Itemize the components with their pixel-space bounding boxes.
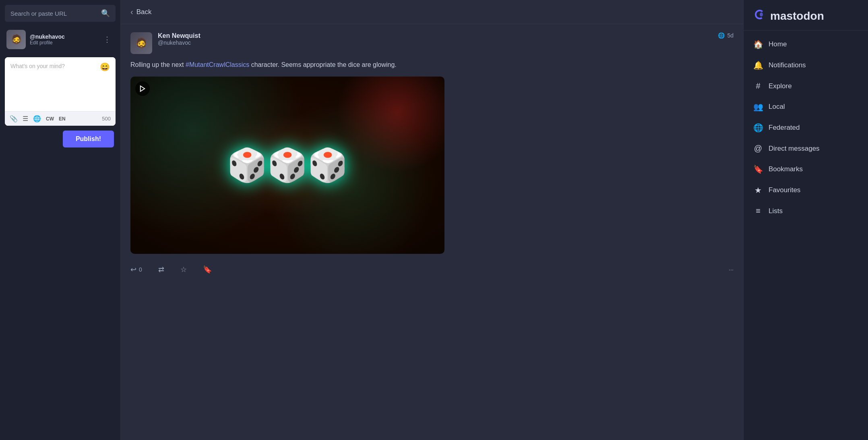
post-image[interactable]: 🎲🎲🎲 (130, 77, 444, 254)
nav-label-4: Federated (769, 124, 800, 132)
globe-button[interactable]: 🌐 (33, 115, 41, 122)
char-count: 500 (102, 116, 111, 122)
nav-label-3: Local (769, 103, 785, 111)
compose-toolbar: 📎 ☰ 🌐 CW EN 500 (5, 111, 116, 126)
boost-icon: ⇄ (158, 265, 164, 274)
reply-count: 0 (139, 266, 142, 273)
mastodon-logo-icon (753, 8, 766, 24)
nav-item-direct-messages[interactable]: @Direct messages (744, 138, 868, 159)
nav-icon-2: # (753, 81, 763, 91)
right-sidebar: mastodon 🏠Home🔔Notifications#Explore👥Loc… (743, 0, 868, 440)
back-label: Back (136, 8, 152, 16)
nav-label-1: Notifications (769, 61, 806, 69)
post-avatar-image: 🧔 (130, 32, 152, 54)
bookmark-button[interactable]: 🔖 (203, 265, 212, 274)
nav-icon-8: ≡ (753, 206, 763, 216)
post-author-handle[interactable]: @nukehavoc (158, 39, 712, 46)
nav-label-8: Lists (769, 207, 783, 215)
nav-item-bookmarks[interactable]: 🔖Bookmarks (744, 159, 868, 180)
svg-marker-0 (141, 86, 145, 91)
nav-icon-1: 🔔 (753, 60, 763, 70)
nav-label-5: Direct messages (769, 145, 820, 153)
avatar-image: 🧔 (6, 30, 26, 49)
nav-item-favourites[interactable]: ★Favourites (744, 180, 868, 201)
compose-box: 😄 📎 ☰ 🌐 CW EN 500 (5, 57, 116, 126)
post-meta: Ken Newquist @nukehavoc (158, 32, 712, 46)
post-hashtag[interactable]: #MutantCrawlClassics (186, 61, 249, 68)
back-chevron-icon: ‹ (130, 7, 133, 17)
nav-icon-5: @ (753, 144, 763, 153)
svg-point-1 (760, 12, 763, 17)
more-icon: ··· (729, 266, 734, 273)
nav-item-notifications[interactable]: 🔔Notifications (744, 55, 868, 76)
publish-button[interactable]: Publish! (63, 131, 114, 147)
main-content: ‹ Back 🧔 Ken Newquist @nukehavoc 🌐 5d Ro… (121, 0, 743, 440)
content-warning-badge (135, 81, 150, 96)
profile-row: 🧔 @nukehavoc Edit profile ⋮ (5, 27, 116, 52)
avatar[interactable]: 🧔 (6, 30, 26, 49)
navigation: 🏠Home🔔Notifications#Explore👥Local🌐Federa… (744, 31, 868, 440)
post-text-after: character. Seems appropriate the dice ar… (249, 61, 397, 68)
nav-item-federated[interactable]: 🌐Federated (744, 117, 868, 138)
post-header: 🧔 Ken Newquist @nukehavoc 🌐 5d (130, 32, 734, 54)
attach-button[interactable]: 📎 (10, 115, 18, 122)
nav-icon-6: 🔖 (753, 164, 763, 174)
nav-item-explore[interactable]: #Explore (744, 76, 868, 96)
cw-button[interactable]: CW (46, 116, 54, 122)
search-input[interactable] (10, 10, 98, 17)
bookmark-icon: 🔖 (203, 265, 212, 274)
post-actions: ↩ 0 ⇄ ☆ 🔖 ··· (130, 260, 734, 279)
nav-label-0: Home (769, 40, 787, 48)
nav-icon-0: 🏠 (753, 39, 763, 49)
back-bar[interactable]: ‹ Back (121, 0, 743, 24)
search-bar[interactable]: 🔍 (5, 5, 116, 22)
profile-handle: @nukehavoc (30, 33, 96, 40)
profile-info: @nukehavoc Edit profile (30, 33, 96, 46)
more-actions-button[interactable]: ··· (729, 266, 734, 273)
nav-icon-4: 🌐 (753, 123, 763, 133)
post-author-avatar[interactable]: 🧔 (130, 32, 152, 54)
post-text-before: Rolling up the next (130, 61, 186, 68)
compose-area: 😄 📎 ☰ 🌐 CW EN 500 (5, 57, 116, 126)
nav-icon-7: ★ (753, 185, 763, 195)
dice-photo: 🎲🎲🎲 (130, 77, 444, 254)
globe-icon: 🌐 (718, 32, 725, 39)
emoji-button[interactable]: 😄 (100, 62, 110, 72)
favourite-button[interactable]: ☆ (180, 265, 187, 274)
format-button[interactable]: ☰ (23, 115, 28, 122)
nav-label-6: Bookmarks (769, 165, 803, 173)
compose-textarea[interactable] (5, 57, 116, 110)
mastodon-logo: mastodon (744, 0, 868, 31)
profile-more-button[interactable]: ⋮ (100, 33, 114, 46)
nav-item-local[interactable]: 👥Local (744, 96, 868, 117)
nav-label-2: Explore (769, 82, 792, 90)
nav-icon-3: 👥 (753, 102, 763, 112)
post-container: 🧔 Ken Newquist @nukehavoc 🌐 5d Rolling u… (121, 24, 743, 287)
post-author-name[interactable]: Ken Newquist (158, 32, 712, 39)
post-timestamp: 5d (727, 32, 734, 39)
reply-button[interactable]: ↩ 0 (130, 265, 142, 274)
nav-item-home[interactable]: 🏠Home (744, 34, 868, 55)
left-sidebar: 🔍 🧔 @nukehavoc Edit profile ⋮ 😄 📎 ☰ 🌐 CW… (0, 0, 121, 440)
dice-emoji: 🎲🎲🎲 (227, 146, 348, 184)
post-text: Rolling up the next #MutantCrawlClassics… (130, 60, 734, 70)
profile-edit-link[interactable]: Edit profile (30, 40, 96, 46)
search-icon: 🔍 (101, 9, 110, 18)
reply-icon: ↩ (130, 265, 136, 274)
nav-label-7: Favourites (769, 186, 800, 194)
post-time: 🌐 5d (718, 32, 734, 39)
favourite-icon: ☆ (180, 265, 187, 274)
lang-button[interactable]: EN (59, 116, 66, 122)
boost-button[interactable]: ⇄ (158, 265, 164, 274)
mastodon-logo-text: mastodon (770, 10, 824, 23)
nav-item-lists[interactable]: ≡Lists (744, 201, 868, 221)
